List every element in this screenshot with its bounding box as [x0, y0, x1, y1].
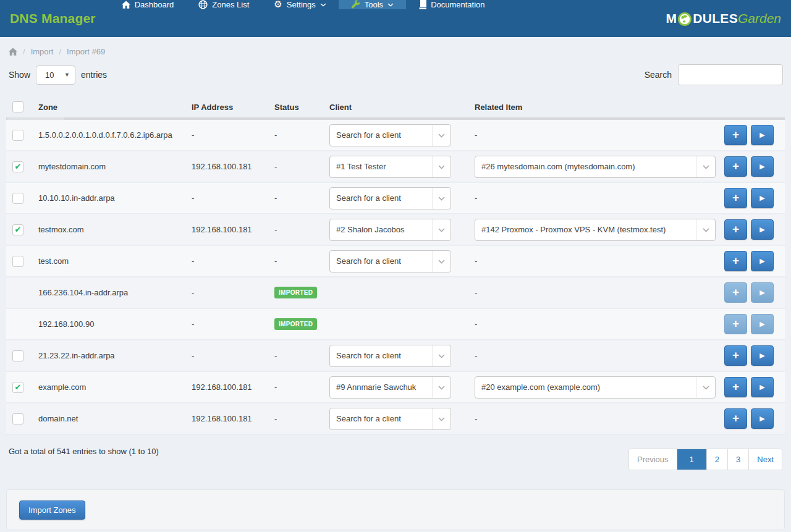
header-zone: Zone: [38, 103, 192, 112]
add-row-button[interactable]: +: [724, 345, 747, 366]
row-checkbox[interactable]: [12, 350, 23, 361]
add-row-button[interactable]: +: [724, 251, 747, 271]
zone-name: 21.23.22.in-addr.arpa: [38, 351, 192, 360]
globe-icon: [198, 0, 208, 9]
status-cell: -: [274, 414, 329, 423]
row-checkbox[interactable]: [12, 130, 23, 141]
related-item-cell: -: [475, 193, 721, 203]
pagination-next[interactable]: Next: [748, 449, 782, 470]
row-checkbox[interactable]: ✔: [12, 382, 23, 393]
breadcrumb-item-import[interactable]: Import: [31, 47, 54, 56]
status-value: -: [274, 193, 277, 203]
breadcrumb-home-link[interactable]: [9, 48, 17, 56]
select-all-checkbox[interactable]: [12, 101, 23, 112]
client-select[interactable]: Search for a client: [329, 250, 451, 272]
import-zones-table: Zone IP Address Status Client Related It…: [6, 96, 785, 435]
table-row: ✔example.com192.168.100.181-#9 Annmarie …: [6, 372, 785, 403]
select-chevron-icon: [703, 225, 709, 234]
row-checkbox[interactable]: ✔: [12, 224, 23, 235]
search-input[interactable]: [678, 64, 783, 85]
select-chevron-icon: [438, 256, 445, 266]
pagination-page-3[interactable]: 3: [727, 449, 748, 470]
zone-name: 1.5.0.0.2.0.0.1.0.d.0.f.7.0.6.2.ip6.arpa: [38, 130, 192, 140]
run-import-row-button[interactable]: ▶: [751, 125, 774, 145]
run-import-row-button[interactable]: ▶: [751, 156, 774, 177]
status-cell: -: [274, 162, 329, 171]
zone-name: domain.net: [38, 414, 192, 423]
client-cell: Search for a client: [329, 187, 475, 209]
row-checkbox[interactable]: [12, 413, 23, 424]
row-actions: +▶: [721, 251, 774, 271]
add-row-button[interactable]: +: [724, 408, 747, 429]
row-check-cell: [12, 350, 38, 361]
ip-address: 192.168.100.181: [192, 414, 274, 423]
header-client: Client: [329, 103, 475, 112]
row-check-cell: ✔: [12, 382, 38, 393]
run-import-row-button[interactable]: ▶: [751, 345, 774, 366]
status-cell: -: [274, 256, 329, 266]
entries-label: entries: [81, 70, 107, 80]
run-import-row-button[interactable]: ▶: [751, 408, 774, 429]
client-select-value: Search for a client: [330, 408, 432, 429]
row-checkbox[interactable]: [12, 193, 23, 204]
nav-item-dashboard[interactable]: Dashboard: [109, 0, 187, 9]
nav-item-zones-list[interactable]: Zones List: [186, 0, 261, 9]
top-navbar: DNS Manager DashboardZones List⚙Settings…: [0, 0, 791, 37]
run-import-row-button[interactable]: ▶: [751, 188, 774, 208]
add-row-button[interactable]: +: [724, 125, 747, 145]
header-status: Status: [274, 103, 329, 112]
run-import-row-button[interactable]: ▶: [751, 377, 774, 397]
table-row: 1.5.0.0.2.0.0.1.0.d.0.f.7.0.6.2.ip6.arpa…: [6, 120, 785, 151]
nav-item-label: Settings: [287, 0, 316, 9]
add-row-button[interactable]: +: [724, 219, 747, 240]
table-row: 166.236.104.in-addr.arpa-IMPORTED-+▶: [6, 277, 785, 309]
client-cell: Search for a client: [329, 124, 475, 146]
row-checkbox[interactable]: [12, 256, 23, 267]
client-select[interactable]: #9 Annmarie Sawchuk: [329, 376, 451, 399]
select-chevron-icon: [438, 351, 445, 360]
related-item-select[interactable]: #142 Proxmox - Proxmox VPS - KVM (testmo…: [475, 219, 716, 241]
client-select[interactable]: #2 Shalon Jacobos: [329, 219, 451, 241]
table-controls: Show 10 ▼ entries Search: [9, 64, 783, 85]
run-import-row-button[interactable]: ▶: [751, 251, 774, 271]
add-row-button[interactable]: +: [724, 188, 747, 208]
row-actions: +▶: [721, 345, 774, 366]
header-related-item: Related Item: [475, 103, 721, 112]
pagination-page-2[interactable]: 2: [706, 449, 727, 470]
related-item-select[interactable]: #26 mytesdomain.com (mytesdomain.com): [475, 156, 716, 178]
import-zones-button[interactable]: Import Zones: [19, 500, 85, 520]
run-import-row-button[interactable]: ▶: [751, 219, 774, 240]
client-select[interactable]: Search for a client: [329, 345, 451, 367]
client-select[interactable]: Search for a client: [329, 408, 451, 430]
select-chevron-icon: [438, 382, 445, 392]
ip-address: -: [192, 130, 274, 140]
pagination-previous[interactable]: Previous: [629, 449, 677, 470]
row-check-cell: ✔: [12, 161, 38, 172]
nav-item-label: Tools: [365, 0, 383, 9]
client-select[interactable]: Search for a client: [329, 187, 451, 209]
status-cell: -: [274, 225, 329, 234]
zone-name: 166.236.104.in-addr.arpa: [38, 288, 192, 297]
row-actions: +▶: [721, 219, 774, 240]
client-select[interactable]: #1 Test Tester: [329, 156, 451, 178]
gear-icon: ⚙: [274, 0, 282, 9]
add-row-button[interactable]: +: [724, 377, 747, 397]
client-select[interactable]: Search for a client: [329, 124, 451, 146]
client-select-value: Search for a client: [330, 125, 432, 146]
actions-panel: Import Zones: [6, 489, 785, 530]
search-group: Search: [645, 64, 783, 85]
nav-item-documentation[interactable]: Documentation: [406, 0, 497, 9]
nav-item-settings[interactable]: ⚙Settings: [261, 0, 338, 9]
breadcrumb-separator: /: [23, 47, 25, 56]
nav-item-tools[interactable]: Tools: [339, 0, 406, 9]
row-checkbox[interactable]: ✔: [12, 161, 23, 172]
related-item-select[interactable]: #20 example.com (example.com): [475, 376, 716, 399]
add-row-button[interactable]: +: [724, 156, 747, 177]
row-check-cell: [12, 413, 38, 424]
client-cell: Search for a client: [329, 345, 475, 367]
related-item-value: -: [475, 351, 477, 360]
related-item-value: -: [475, 414, 477, 423]
pagination-page-1[interactable]: 1: [677, 449, 706, 470]
page-size-select[interactable]: 10 ▼: [36, 65, 75, 85]
table-body: 1.5.0.0.2.0.0.1.0.d.0.f.7.0.6.2.ip6.arpa…: [6, 120, 785, 435]
